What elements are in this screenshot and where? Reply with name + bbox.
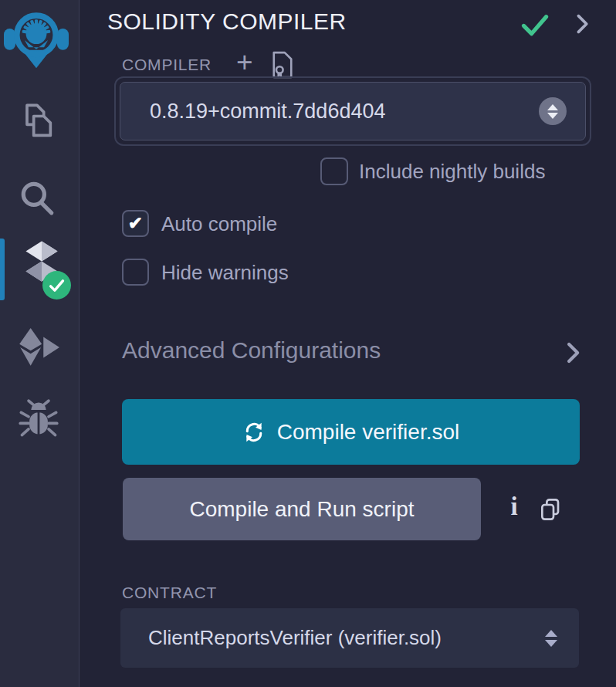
file-explorer-icon[interactable] [17,101,57,144]
info-icon[interactable]: i [505,492,523,521]
nightly-builds-checkbox[interactable] [320,157,348,185]
checkmark-icon: ✔ [128,215,143,232]
collapse-panel-chevron-icon[interactable] [572,12,592,39]
auto-compile-label[interactable]: Auto compile [161,212,277,236]
nightly-builds-label[interactable]: Include nightly builds [359,160,545,184]
add-custom-compiler-icon[interactable]: + [236,46,253,79]
hide-warnings-checkbox[interactable] [122,259,149,286]
compiler-version-select-wrapper: 0.8.19+commit.7dd6d404 [114,76,591,146]
active-plugin-indicator [0,239,5,300]
compiler-version-value: 0.8.19+commit.7dd6d404 [150,100,385,124]
advanced-configurations-chevron-icon[interactable] [562,340,584,368]
compile-button-label: Compile verifier.sol [277,420,460,445]
compiler-section-label: COMPILER [122,56,212,74]
contract-select-value: ClientReportsVerifier (verifier.sol) [148,626,442,650]
copy-icon[interactable] [538,497,563,525]
remix-logo[interactable] [4,4,69,72]
compile-button[interactable]: Compile verifier.sol [122,399,580,465]
deploy-and-run-icon[interactable] [16,327,59,371]
compiler-version-select[interactable]: 0.8.19+commit.7dd6d404 [120,82,586,140]
contract-select[interactable]: ClientReportsVerifier (verifier.sol) [120,608,579,668]
auto-compile-checkbox[interactable]: ✔ [122,210,149,237]
compile-and-run-button[interactable]: Compile and Run script [123,478,481,540]
solidity-compiler-panel: SOLIDITY COMPILER COMPILER + 0.8.19+comm… [80,0,616,687]
advanced-configurations-toggle[interactable]: Advanced Configurations [122,337,381,364]
page-title: SOLIDITY COMPILER [107,8,347,35]
icon-sidebar [0,0,80,687]
compile-and-run-label: Compile and Run script [189,497,414,522]
compile-success-badge [42,271,71,300]
debugger-bug-icon[interactable] [19,398,59,443]
hide-warnings-label[interactable]: Hide warnings [161,261,289,285]
contract-section-label: CONTRACT [122,584,217,602]
search-icon[interactable] [18,178,56,220]
refresh-icon [242,421,266,444]
compiled-check-icon [520,12,550,40]
select-updown-icon [545,630,557,647]
select-updown-icon[interactable] [539,97,567,125]
